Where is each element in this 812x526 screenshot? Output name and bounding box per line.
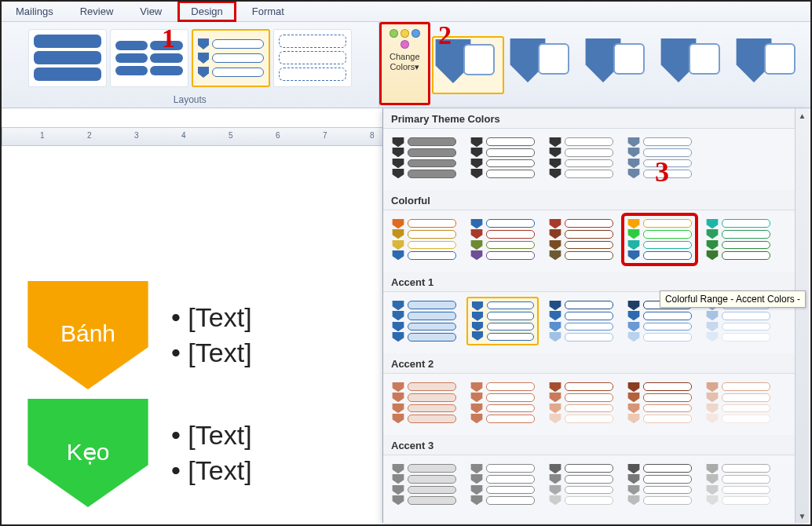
layout-thumb-3-selected[interactable]: [192, 29, 270, 87]
svg-marker-98: [628, 464, 640, 473]
dropdown-scrollbar[interactable]: ▲ ▼: [795, 108, 809, 523]
svg-marker-28: [393, 240, 404, 250]
svg-marker-47: [393, 311, 404, 320]
color-swatch[interactable]: [702, 460, 774, 509]
svg-marker-44: [707, 240, 719, 250]
svg-marker-35: [550, 229, 561, 239]
horizontal-ruler: 1 2 3 4 5 6 7 8: [2, 127, 383, 146]
svg-marker-15: [471, 148, 483, 157]
color-swatch[interactable]: [466, 378, 539, 427]
svg-marker-10: [393, 137, 404, 147]
tab-review[interactable]: Review: [69, 3, 125, 20]
smartart-graphic[interactable]: Bánh • [Text] • [Text] Kẹo • [Text] • [T…: [25, 281, 252, 517]
svg-marker-79: [628, 393, 640, 402]
svg-marker-63: [707, 311, 719, 320]
smartart-node-1-bullet-1[interactable]: • [Text]: [171, 302, 252, 333]
color-swatch[interactable]: [624, 378, 696, 427]
svg-marker-27: [393, 229, 404, 239]
svg-marker-55: [550, 311, 561, 320]
color-tooltip: Colorful Range - Accent Colors -: [660, 290, 806, 308]
layout-thumb-2[interactable]: [110, 29, 188, 87]
color-swatch[interactable]: [466, 133, 539, 182]
style-thumb-4[interactable]: [658, 36, 730, 94]
change-colors-button[interactable]: ChangeColors▾: [379, 22, 430, 105]
color-swatch[interactable]: [545, 215, 617, 264]
svg-marker-60: [628, 322, 640, 331]
svg-marker-83: [707, 393, 719, 402]
scroll-down-icon[interactable]: ▼: [796, 509, 809, 523]
annotation-1: 1: [162, 24, 175, 53]
svg-marker-104: [707, 485, 719, 495]
dropdown-section-grid: [383, 374, 809, 435]
smartart-node-2[interactable]: Kẹo • [Text] • [Text]: [25, 399, 252, 507]
ribbon-tabs: Mailings Review View Design Format: [2, 2, 810, 22]
color-swatch[interactable]: [702, 215, 774, 264]
svg-marker-21: [550, 169, 561, 178]
svg-marker-91: [471, 474, 483, 484]
color-swatch[interactable]: [388, 215, 460, 264]
svg-marker-77: [550, 414, 561, 423]
svg-marker-74: [550, 382, 561, 392]
style-thumb-5[interactable]: [733, 36, 806, 94]
tab-mailings[interactable]: Mailings: [5, 3, 64, 20]
color-swatch[interactable]: [624, 215, 696, 264]
svg-marker-90: [471, 464, 483, 473]
svg-marker-11: [393, 148, 404, 157]
color-swatch[interactable]: [702, 378, 774, 427]
color-swatch[interactable]: [388, 378, 460, 427]
color-swatch[interactable]: [466, 297, 539, 345]
svg-marker-89: [393, 495, 404, 505]
svg-marker-19: [550, 148, 561, 157]
svg-marker-18: [550, 137, 561, 147]
color-swatch[interactable]: [388, 133, 460, 182]
style-thumb-2[interactable]: [507, 36, 580, 94]
tab-view[interactable]: View: [129, 3, 173, 20]
color-swatch[interactable]: [388, 297, 460, 345]
svg-marker-39: [628, 229, 640, 239]
svg-marker-103: [707, 474, 719, 484]
svg-marker-72: [471, 404, 483, 413]
change-colors-dropdown: Primary Theme ColorsColorfulAccent 1Acce…: [382, 108, 809, 523]
layout-thumb-4[interactable]: [273, 29, 352, 87]
color-swatch[interactable]: [545, 133, 617, 182]
dropdown-section-title: Accent 3: [383, 435, 809, 455]
svg-marker-51: [472, 312, 483, 321]
svg-marker-26: [393, 219, 404, 228]
svg-marker-88: [393, 485, 404, 495]
svg-marker-93: [471, 495, 483, 505]
svg-marker-30: [471, 219, 483, 228]
svg-marker-32: [471, 240, 483, 250]
svg-marker-69: [393, 414, 404, 423]
color-swatch[interactable]: [545, 378, 617, 427]
dropdown-section-title: Colorful: [383, 190, 809, 210]
color-swatch[interactable]: [624, 460, 696, 509]
svg-marker-95: [550, 474, 561, 484]
scroll-up-icon[interactable]: ▲: [796, 108, 809, 122]
svg-marker-67: [393, 393, 404, 402]
smartart-node-1-bullet-2[interactable]: • [Text]: [171, 338, 252, 368]
tab-design[interactable]: Design: [177, 1, 236, 22]
svg-marker-78: [628, 382, 640, 392]
svg-marker-97: [550, 495, 561, 505]
svg-marker-56: [550, 322, 561, 331]
svg-marker-48: [393, 322, 404, 331]
dropdown-section-title: Primary Theme Colors: [383, 108, 809, 129]
color-swatch[interactable]: [388, 460, 460, 509]
svg-marker-59: [628, 311, 640, 320]
smartart-node-2-bullet-2[interactable]: • [Text]: [171, 455, 252, 486]
smartart-node-1[interactable]: Bánh • [Text] • [Text]: [25, 281, 252, 389]
svg-marker-87: [393, 474, 404, 484]
color-swatch[interactable]: [545, 297, 617, 345]
dropdown-section-grid: [383, 129, 809, 190]
svg-marker-75: [550, 393, 561, 402]
smartart-node-2-bullet-1[interactable]: • [Text]: [171, 420, 252, 451]
svg-marker-13: [393, 169, 404, 178]
style-thumb-3[interactable]: [583, 36, 655, 94]
color-swatch[interactable]: [466, 215, 539, 264]
tab-format[interactable]: Format: [241, 3, 295, 20]
svg-marker-80: [628, 404, 640, 413]
color-swatch[interactable]: [545, 460, 617, 509]
svg-marker-71: [471, 393, 483, 402]
layout-thumb-1[interactable]: [28, 29, 107, 87]
color-swatch[interactable]: [466, 460, 539, 509]
